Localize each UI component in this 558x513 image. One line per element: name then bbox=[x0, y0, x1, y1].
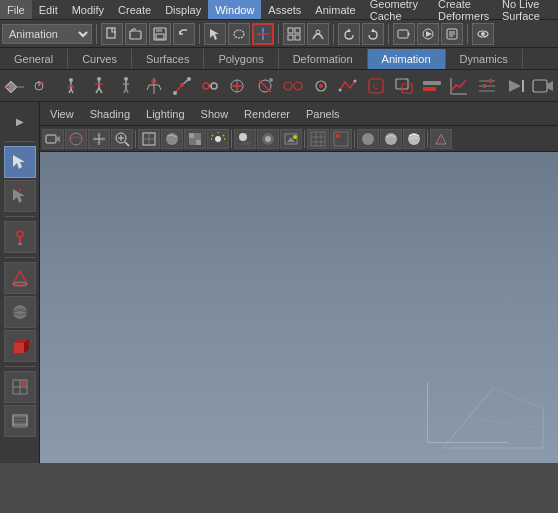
mode-dropdown[interactable]: Animation Modeling Rigging Rendering bbox=[2, 24, 92, 44]
vp-zoom-btn[interactable] bbox=[111, 129, 133, 149]
menu-edit[interactable]: Edit bbox=[32, 0, 65, 19]
shelf-icon-orient-constraint[interactable] bbox=[224, 72, 251, 100]
snap-grid-button[interactable] bbox=[283, 23, 305, 45]
svg-marker-121 bbox=[97, 133, 101, 136]
viewport-menu-lighting[interactable]: Lighting bbox=[138, 106, 193, 122]
shelf-tab-bar: General Curves Surfaces Polygons Deforma… bbox=[0, 48, 558, 70]
shelf-icon-skeleton[interactable] bbox=[141, 72, 168, 100]
move-tool-button[interactable] bbox=[252, 23, 274, 45]
toolbox-separator-4 bbox=[5, 366, 35, 367]
tab-curves[interactable]: Curves bbox=[68, 49, 132, 69]
select-tool[interactable] bbox=[4, 146, 36, 178]
svg-line-126 bbox=[125, 142, 129, 146]
render-button[interactable] bbox=[393, 23, 415, 45]
vp-orbit-btn[interactable] bbox=[65, 129, 87, 149]
menu-create-deformers[interactable]: Create Deformers bbox=[431, 0, 502, 19]
svg-line-164 bbox=[468, 418, 543, 428]
vp-extra-1[interactable] bbox=[430, 129, 452, 149]
vp-texture-btn[interactable] bbox=[184, 129, 206, 149]
shelf-icon-playback[interactable] bbox=[502, 72, 529, 100]
shelf-icon-graph[interactable] bbox=[446, 72, 473, 100]
viewport-menu-renderer[interactable]: Renderer bbox=[236, 106, 298, 122]
ipr-button[interactable] bbox=[417, 23, 439, 45]
shelf-icon-person1[interactable] bbox=[85, 72, 112, 100]
menu-animate[interactable]: Animate bbox=[308, 0, 362, 19]
tab-deformation[interactable]: Deformation bbox=[279, 49, 368, 69]
viewport-menu-view[interactable]: View bbox=[42, 106, 82, 122]
shelf-icon-camera-seq[interactable] bbox=[529, 72, 556, 100]
shelf-icon-walk[interactable] bbox=[58, 72, 85, 100]
grid-tool-1[interactable] bbox=[4, 371, 36, 403]
tab-animation[interactable]: Animation bbox=[368, 49, 446, 69]
vp-quality-mid[interactable] bbox=[380, 129, 402, 149]
vp-wireframe-btn[interactable] bbox=[138, 129, 160, 149]
shelf-icon-dope[interactable] bbox=[474, 72, 501, 100]
shelf-icon-aim-constraint[interactable] bbox=[252, 72, 279, 100]
redo-history-button[interactable] bbox=[362, 23, 384, 45]
shelf-icon-blend2[interactable] bbox=[307, 72, 334, 100]
menu-file[interactable]: File bbox=[0, 0, 32, 19]
svg-point-143 bbox=[241, 141, 251, 145]
tab-polygons[interactable]: Polygons bbox=[204, 49, 278, 69]
sphere-tool[interactable] bbox=[4, 296, 36, 328]
vp-ao-btn[interactable] bbox=[257, 129, 279, 149]
shelf-icon-char[interactable]: C bbox=[363, 72, 390, 100]
vp-image-plane-btn[interactable] bbox=[280, 129, 302, 149]
vp-quality-high[interactable] bbox=[403, 129, 425, 149]
lasso-tool-button[interactable] bbox=[228, 23, 250, 45]
vp-shadow-btn[interactable] bbox=[234, 129, 256, 149]
move-tool[interactable] bbox=[4, 180, 36, 212]
shelf-icon-animate[interactable] bbox=[30, 72, 57, 100]
vp-pan-btn[interactable] bbox=[88, 129, 110, 149]
menu-assets[interactable]: Assets bbox=[261, 0, 308, 19]
svg-point-98 bbox=[17, 231, 23, 237]
svg-rect-13 bbox=[288, 28, 293, 33]
svg-rect-89 bbox=[483, 84, 486, 88]
shelf-icon-trax[interactable] bbox=[418, 72, 445, 100]
save-scene-button[interactable] bbox=[149, 23, 171, 45]
tab-general[interactable]: General bbox=[0, 49, 68, 69]
shelf-icon-person2[interactable] bbox=[113, 72, 140, 100]
viewport-menu-show[interactable]: Show bbox=[193, 106, 237, 122]
cone-tool[interactable] bbox=[4, 262, 36, 294]
shelf-icon-constraint[interactable] bbox=[196, 72, 223, 100]
viewport-canvas[interactable] bbox=[40, 152, 558, 463]
show-hide-button[interactable] bbox=[472, 23, 494, 45]
tab-dynamics[interactable]: Dynamics bbox=[446, 49, 523, 69]
shelf-icon-set-key[interactable] bbox=[2, 72, 29, 100]
viewport-menu-shading[interactable]: Shading bbox=[82, 106, 138, 122]
vp-light-btn[interactable] bbox=[207, 129, 229, 149]
cube-tool[interactable] bbox=[4, 330, 36, 362]
shelf-icon-blend[interactable] bbox=[280, 72, 307, 100]
grid-tool-2[interactable] bbox=[4, 405, 36, 437]
open-scene-button[interactable] bbox=[125, 23, 147, 45]
shelf-icon-driven[interactable] bbox=[335, 72, 362, 100]
undo-history-button[interactable] bbox=[338, 23, 360, 45]
new-scene-button[interactable] bbox=[101, 23, 123, 45]
menu-window[interactable]: Window bbox=[208, 0, 261, 19]
render-settings-button[interactable] bbox=[441, 23, 463, 45]
vp-grid-btn[interactable] bbox=[307, 129, 329, 149]
svg-rect-15 bbox=[288, 35, 293, 40]
select-tool-button[interactable] bbox=[204, 23, 226, 45]
menu-create[interactable]: Create bbox=[111, 0, 158, 19]
paint-tool[interactable] bbox=[4, 221, 36, 253]
viewport-menu-panels[interactable]: Panels bbox=[298, 106, 348, 122]
vp-toolbar-sep-3 bbox=[304, 130, 305, 148]
expand-button[interactable]: ▶ bbox=[4, 105, 36, 137]
svg-line-141 bbox=[212, 135, 213, 136]
svg-rect-135 bbox=[196, 140, 201, 145]
vp-selection-btn[interactable] bbox=[330, 129, 352, 149]
shelf-icon-ik-handle[interactable] bbox=[169, 72, 196, 100]
menu-geometry-cache[interactable]: Geometry Cache bbox=[363, 0, 431, 19]
vp-solid-btn[interactable] bbox=[161, 129, 183, 149]
vp-quality-low[interactable] bbox=[357, 129, 379, 149]
svg-rect-16 bbox=[295, 35, 300, 40]
menu-display[interactable]: Display bbox=[158, 0, 208, 19]
vp-camera-btn[interactable] bbox=[42, 129, 64, 149]
shelf-icon-subchar[interactable] bbox=[391, 72, 418, 100]
undo-button[interactable] bbox=[173, 23, 195, 45]
snap-curve-button[interactable] bbox=[307, 23, 329, 45]
menu-modify[interactable]: Modify bbox=[65, 0, 111, 19]
tab-surfaces[interactable]: Surfaces bbox=[132, 49, 204, 69]
